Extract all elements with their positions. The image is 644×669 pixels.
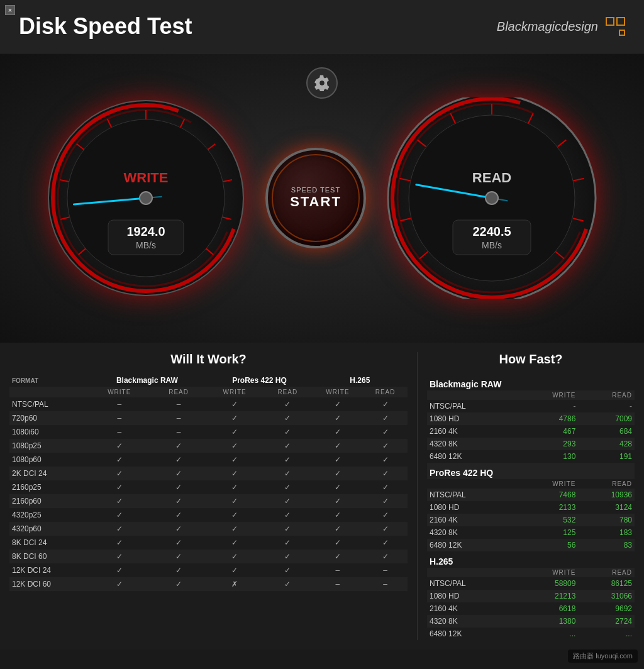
cell: ✓ [206, 453, 263, 467]
h265-read-sub: READ [363, 387, 408, 397]
cell: ✓ [263, 577, 313, 591]
col-header-row: WRITE READ [427, 390, 635, 400]
svg-text:1924.0: 1924.0 [126, 224, 165, 238]
cell: ✓ [151, 467, 206, 480]
cell: ✓ [313, 508, 363, 522]
cell: ✓ [151, 439, 206, 453]
cell: ✓ [206, 439, 263, 453]
cell: ✓ [151, 494, 206, 508]
cell: ✓ [206, 508, 263, 522]
section-name: Blackmagic RAW [427, 374, 635, 390]
cell: ✓ [206, 411, 263, 425]
braw-header: Blackmagic RAW [88, 374, 207, 387]
table-row: 720p60 – – ✓ ✓ ✓ ✓ [9, 411, 408, 425]
cell: ✓ [88, 453, 151, 467]
list-item: 2160 4K 532 780 [427, 514, 635, 526]
cell: ✓ [363, 425, 408, 439]
cell: ✓ [206, 494, 263, 508]
write-value: 6618 [516, 602, 578, 615]
gauge-area: WRITE 1924.0 MB/s SPEED TEST START [0, 53, 644, 343]
gear-button[interactable] [306, 67, 338, 99]
table-row: 1080i60 – – ✓ ✓ ✓ ✓ [9, 425, 408, 439]
list-item: NTSC/PAL - - [427, 400, 635, 412]
list-item: 1080 HD 4786 7009 [427, 412, 635, 425]
col-header-row: WRITE READ [427, 568, 635, 577]
will-it-work-panel: Will It Work? FORMAT Blackmagic RAW ProR… [0, 352, 418, 640]
write-value: 21213 [516, 590, 578, 602]
list-item: 2160 4K 6618 9692 [427, 602, 635, 615]
format-cell: 4320p60 [9, 522, 88, 536]
write-value: ... [516, 628, 578, 640]
list-item: 1080 HD 21213 31066 [427, 590, 635, 602]
braw-write-sub: WRITE [88, 387, 151, 397]
watermark: 路由器 luyouqi.com [568, 650, 638, 663]
cell: ✓ [363, 522, 408, 536]
cell: ✓ [363, 536, 408, 550]
pres-header: ProRes 422 HQ [206, 374, 312, 387]
format-value: 1080 HD [427, 590, 516, 602]
format-cell: 12K DCI 24 [9, 563, 88, 577]
cell: – [151, 397, 206, 411]
cell: ✓ [88, 467, 151, 480]
format-cell: 8K DCI 24 [9, 536, 88, 550]
cell: – [363, 563, 408, 577]
read-value: 7009 [578, 412, 635, 425]
format-value: 1080 HD [427, 412, 516, 425]
cell: ✓ [263, 397, 313, 411]
list-item: 1080 HD 2133 3124 [427, 501, 635, 514]
format-sub [9, 387, 88, 397]
list-item: NTSC/PAL 58809 86125 [427, 577, 635, 590]
cell: ✓ [206, 536, 263, 550]
table-row: 4320p25 ✓ ✓ ✓ ✓ ✓ ✓ [9, 508, 408, 522]
cell: ✓ [263, 411, 313, 425]
list-item: 6480 12K 130 191 [427, 450, 635, 463]
table-row: 8K DCI 60 ✓ ✓ ✓ ✓ ✓ ✓ [9, 550, 408, 563]
cell: ✓ [363, 453, 408, 467]
format-cell: 12K DCI 60 [9, 577, 88, 591]
cell: ✓ [206, 522, 263, 536]
format-value: 2160 4K [427, 425, 516, 438]
cell: ✓ [263, 522, 313, 536]
start-button[interactable]: SPEED TEST START [265, 148, 366, 248]
svg-text:WRITE: WRITE [124, 170, 169, 185]
write-value: 532 [516, 514, 578, 526]
close-button[interactable]: × [5, 5, 15, 15]
section-name: ProRes 422 HQ [427, 463, 635, 479]
section-header-row: Blackmagic RAW [427, 374, 635, 390]
write-value: 293 [516, 438, 578, 450]
pres-write-sub: WRITE [206, 387, 263, 397]
brand-square-1 [606, 17, 614, 26]
brand-square-3 [619, 30, 625, 36]
brand-square-2 [616, 17, 625, 26]
format-cell: 8K DCI 60 [9, 550, 88, 563]
cell: ✓ [88, 577, 151, 591]
how-fast-title: How Fast? [427, 352, 635, 367]
svg-point-18 [140, 192, 152, 204]
cell: ✓ [206, 467, 263, 480]
format-value: NTSC/PAL [427, 400, 516, 412]
read-value: 780 [578, 514, 635, 526]
data-area: Will It Work? FORMAT Blackmagic RAW ProR… [0, 343, 644, 650]
write-col-header: WRITE [516, 479, 578, 489]
read-col-header: READ [578, 479, 635, 489]
format-value: 4320 8K [427, 526, 516, 539]
cell: ✓ [88, 508, 151, 522]
cell: – [313, 577, 363, 591]
cell: ✓ [263, 536, 313, 550]
cell: ✓ [363, 439, 408, 453]
braw-read-sub: READ [151, 387, 206, 397]
table-row: 12K DCI 60 ✓ ✓ ✗ ✓ – – [9, 577, 408, 591]
cell: ✓ [313, 439, 363, 453]
format-value: 6480 12K [427, 450, 516, 463]
write-value: 130 [516, 450, 578, 463]
cell: ✓ [313, 467, 363, 480]
cell: ✓ [151, 522, 206, 536]
format-value: 4320 8K [427, 438, 516, 450]
cell: ✓ [363, 494, 408, 508]
cell: ✓ [313, 550, 363, 563]
cell: ✓ [206, 563, 263, 577]
cell: ✓ [363, 397, 408, 411]
table-row: 4320p60 ✓ ✓ ✓ ✓ ✓ ✓ [9, 522, 408, 536]
svg-text:READ: READ [472, 170, 511, 185]
cell: ✓ [263, 494, 313, 508]
